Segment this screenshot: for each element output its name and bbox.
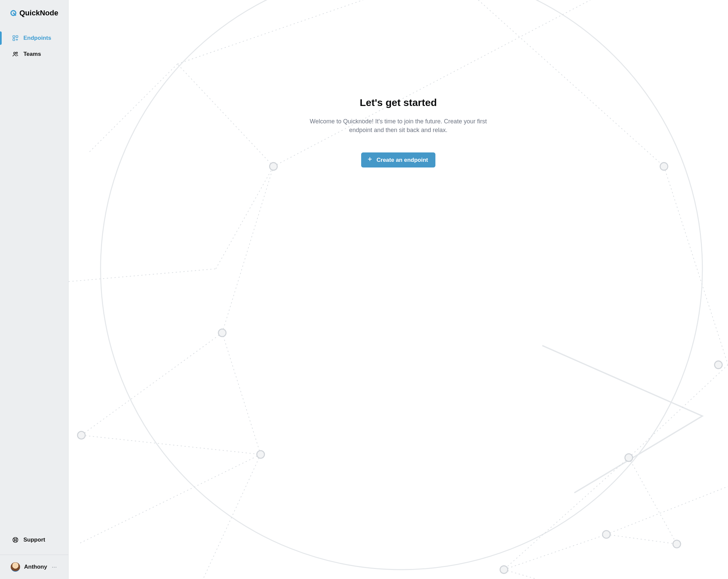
main-content: Let's get started Welcome to Quicknode! … (69, 0, 728, 579)
user-name: Anthony (24, 563, 47, 570)
svg-line-15 (184, 454, 261, 579)
sidebar-item-endpoints[interactable]: Endpoints (0, 30, 68, 46)
sidebar-item-teams[interactable]: Teams (0, 46, 68, 62)
svg-line-9 (69, 269, 216, 282)
svg-point-31 (218, 329, 226, 337)
svg-point-33 (257, 451, 264, 458)
brand[interactable]: QuickNode (0, 0, 68, 25)
svg-point-8 (101, 0, 703, 570)
svg-line-27 (606, 534, 677, 544)
sidebar-item-label: Teams (23, 51, 41, 57)
svg-rect-3 (13, 39, 15, 41)
svg-rect-1 (13, 36, 15, 38)
svg-line-18 (177, 0, 363, 64)
ellipsis-icon: ··· (52, 564, 57, 570)
svg-line-12 (81, 333, 222, 435)
sidebar-spacer (0, 62, 68, 531)
quicknode-logo-icon (10, 10, 17, 17)
svg-point-38 (603, 530, 610, 538)
avatar (11, 562, 20, 572)
svg-line-22 (629, 365, 728, 458)
page-subtext: Welcome to Quicknode! It's time to join … (298, 117, 499, 134)
plus-icon (367, 156, 372, 163)
svg-line-29 (222, 333, 260, 455)
svg-point-36 (714, 361, 722, 369)
svg-point-37 (625, 454, 633, 461)
svg-point-35 (660, 162, 668, 170)
svg-point-39 (673, 540, 680, 548)
svg-point-5 (16, 52, 17, 53)
svg-point-32 (78, 431, 85, 439)
sidebar-item-label: Endpoints (23, 35, 51, 42)
svg-point-7 (15, 539, 17, 541)
background-network-art (69, 0, 728, 579)
support-icon (12, 536, 19, 543)
svg-line-21 (664, 166, 728, 365)
empty-state: Let's get started Welcome to Quicknode! … (291, 97, 505, 167)
svg-line-24 (629, 458, 677, 544)
svg-line-20 (478, 0, 664, 166)
svg-line-28 (606, 486, 728, 534)
svg-line-23 (504, 458, 629, 570)
teams-icon (12, 51, 19, 57)
svg-line-11 (222, 166, 273, 333)
sidebar: QuickNode Endpoints (0, 0, 69, 579)
svg-line-17 (87, 64, 177, 153)
user-menu[interactable]: Anthony ··· (0, 555, 68, 579)
sidebar-item-label: Support (23, 536, 45, 543)
brand-name: QuickNode (19, 9, 58, 17)
sidebar-item-support[interactable]: Support (0, 531, 68, 549)
svg-rect-2 (16, 36, 18, 38)
svg-point-30 (269, 162, 277, 170)
svg-line-16 (177, 64, 273, 166)
svg-line-25 (504, 534, 606, 570)
svg-line-13 (81, 435, 260, 454)
svg-point-4 (14, 52, 16, 54)
nav: Endpoints Teams (0, 25, 68, 62)
create-endpoint-button[interactable]: Create an endpoint (361, 153, 435, 167)
svg-line-10 (216, 166, 273, 269)
page-title: Let's get started (298, 97, 499, 108)
svg-line-14 (78, 454, 261, 544)
svg-point-40 (500, 565, 508, 573)
cta-label: Create an endpoint (376, 157, 428, 163)
endpoints-icon (12, 35, 19, 42)
svg-line-26 (504, 570, 703, 579)
